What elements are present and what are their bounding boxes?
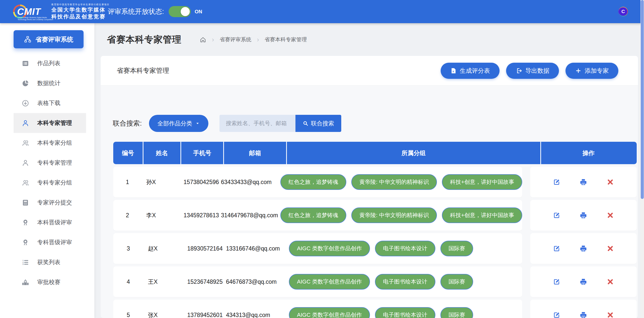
column-header-name: 姓名 xyxy=(143,142,181,164)
excel-file-icon xyxy=(450,67,457,74)
sidebar-item-award-list[interactable]: 获奖列表 xyxy=(14,252,86,272)
add-expert-button[interactable]: 添加专家 xyxy=(565,63,618,79)
row-id: 2 xyxy=(113,212,142,219)
user-avatar[interactable]: C xyxy=(618,7,628,16)
export-icon xyxy=(516,67,522,74)
sidebar-item-college-expert-grouping[interactable]: 专科专家分组 xyxy=(14,173,86,193)
sidebar-item-approve-school-competition[interactable]: 审批校赛 xyxy=(14,272,86,292)
print-icon[interactable] xyxy=(580,278,587,286)
group-tag: AIGC 类数字创意作品创作 xyxy=(289,241,370,256)
row-actions xyxy=(530,266,637,297)
group-tag: 黄帝陵: 中华文明的精神标识 xyxy=(351,174,437,190)
row-email: 63433433@qq.com xyxy=(219,179,278,186)
button-label: 添加专家 xyxy=(585,67,609,75)
edit-icon[interactable] xyxy=(553,278,560,286)
print-icon[interactable] xyxy=(580,245,587,252)
row-groups: 红色之旅，追梦铸魂 黄帝陵: 中华文明的精神标识 科技+创意，讲好中国故事 xyxy=(278,174,522,190)
toggle-knob xyxy=(181,7,190,16)
table-row: 4 王X 15236748925 64676873@qq.com AIGC 类数… xyxy=(113,266,637,297)
combined-search-button[interactable]: 联合搜索 xyxy=(295,115,341,132)
sidebar-item-college-promotion-review[interactable]: 专科晋级评审 xyxy=(14,232,86,252)
column-header-actions: 操作 xyxy=(541,142,636,164)
print-icon[interactable] xyxy=(580,311,587,318)
dropdown-selected-value: 全部作品分类 xyxy=(158,120,192,127)
sidebar-item-undergrad-expert-grouping[interactable]: 本科专家分组 xyxy=(14,133,86,153)
button-label: 导出数据 xyxy=(525,67,549,75)
table-row: 2 李X 13459278613 3146479678@qq.com 红色之旅，… xyxy=(113,200,637,231)
sidebar-item-label: 作品列表 xyxy=(37,59,60,67)
users-icon xyxy=(22,139,29,147)
search-input[interactable] xyxy=(219,115,295,132)
row-email: 3146479678@qq.com xyxy=(219,212,278,219)
delete-icon[interactable] xyxy=(607,311,614,318)
table-row: 1 孙X 15738042596 63433433@qq.com 红色之旅，追梦… xyxy=(113,167,637,197)
delete-icon[interactable] xyxy=(607,178,614,186)
row-id: 1 xyxy=(113,179,142,186)
review-system-toggle[interactable] xyxy=(169,6,191,17)
sidebar-item-undergrad-expert-management[interactable]: 本科专家管理 xyxy=(14,113,86,133)
group-tag: 科技+创意，讲好中国故事 xyxy=(442,207,522,223)
system-button-label: 省赛评审系统 xyxy=(35,35,73,44)
delete-icon[interactable] xyxy=(607,245,614,252)
sidebar-item-expert-score-submission[interactable]: 专家评分提交 xyxy=(14,193,86,213)
sidebar-item-undergrad-promotion-review[interactable]: 本科晋级评审 xyxy=(14,213,86,232)
edit-icon[interactable] xyxy=(553,311,560,318)
row-name: 孙X xyxy=(142,178,177,186)
sidebar-system-button[interactable]: 省赛评审系统 xyxy=(14,30,84,48)
user-icon xyxy=(22,119,29,127)
button-label: 联合搜索 xyxy=(311,120,334,127)
delete-icon[interactable] xyxy=(607,278,614,286)
column-header-phone: 手机号 xyxy=(181,142,224,164)
sidebar-item-label: 本科专家管理 xyxy=(37,119,72,127)
breadcrumb-separator: › xyxy=(212,36,214,43)
scrollbar-track xyxy=(640,0,644,318)
row-email: 133166746@qq.com xyxy=(224,245,287,252)
group-tag: 电子图书绘本设计 xyxy=(375,274,435,290)
row-email: 434313@qq.com xyxy=(224,312,287,318)
experts-table: 编号 姓名 手机号 邮箱 所属分组 操作 1 孙X 15738042596 63… xyxy=(113,142,637,318)
row-actions xyxy=(530,200,637,231)
group-tag: 国际赛 xyxy=(440,274,473,290)
row-name: 赵X xyxy=(143,245,181,253)
sidebar-item-label: 审批校赛 xyxy=(37,278,60,286)
search-icon xyxy=(302,120,309,126)
sidebar-item-label: 数据统计 xyxy=(37,79,60,87)
row-name: 王X xyxy=(143,278,181,286)
card-title: 省赛本科专家管理 xyxy=(117,66,169,75)
row-actions xyxy=(530,233,637,264)
breadcrumb-item[interactable]: 省赛评审系统 xyxy=(220,36,251,43)
logo-title-line1: 全国大学生数字媒体 xyxy=(51,6,109,13)
category-dropdown[interactable]: 全部作品分类 xyxy=(149,115,208,132)
row-phone: 15236748925 xyxy=(181,278,224,285)
table-row: 5 张X 13789452601 434313@qq.com AIGC 类数字创… xyxy=(113,300,637,318)
logo-tagline-english: China College Students Digital Media Tec… xyxy=(18,17,55,21)
print-icon[interactable] xyxy=(580,211,587,219)
breadcrumb: › 省赛评审系统 › 省赛本科专家管理 xyxy=(200,36,307,43)
sidebar-item-works-list[interactable]: 作品列表 xyxy=(14,53,86,73)
generate-score-sheet-button[interactable]: 生成评分表 xyxy=(441,63,500,79)
edit-icon[interactable] xyxy=(553,178,560,186)
breadcrumb-item-current: 省赛本科专家管理 xyxy=(264,36,307,43)
sidebar-item-college-expert-management[interactable]: 专科专家管理 xyxy=(14,153,86,173)
scrollbar-thumb[interactable] xyxy=(641,0,644,199)
row-groups: AIGC 类数字创意作品创作 电子图书绘本设计 国际赛 xyxy=(287,274,522,290)
group-tag: 红色之旅，追梦铸魂 xyxy=(280,174,346,190)
sidebar-item-table-download[interactable]: 表格下载 xyxy=(14,93,86,113)
print-icon[interactable] xyxy=(580,178,587,186)
column-header-groups: 所属分组 xyxy=(287,142,541,164)
sidebar-item-data-statistics[interactable]: 数据统计 xyxy=(14,73,86,93)
delete-icon[interactable] xyxy=(607,211,614,219)
edit-icon[interactable] xyxy=(553,245,560,252)
row-id: 4 xyxy=(113,278,143,285)
pie-chart-icon xyxy=(22,80,29,87)
row-id: 3 xyxy=(113,245,143,252)
toggle-state-text: ON xyxy=(195,9,202,15)
export-data-button[interactable]: 导出数据 xyxy=(506,63,559,79)
top-bar: CMIT China College Students Digital Medi… xyxy=(0,0,644,23)
row-phone: 13789452601 xyxy=(181,312,224,318)
sidebar-item-label: 本科晋级评审 xyxy=(37,219,72,226)
edit-icon[interactable] xyxy=(553,211,560,219)
sidebar-item-label: 本科专家分组 xyxy=(37,139,72,147)
avatar-letter: C xyxy=(619,7,627,16)
home-icon[interactable] xyxy=(200,36,206,43)
